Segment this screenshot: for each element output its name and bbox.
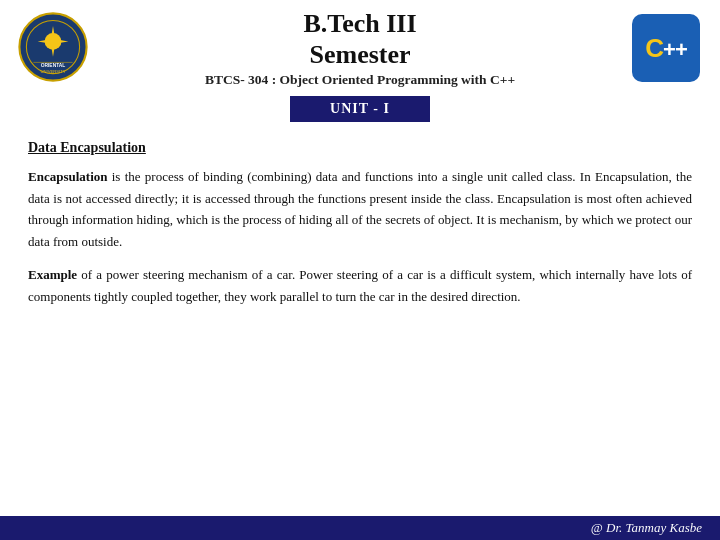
unit-bar-wrapper: UNIT - I (0, 92, 720, 130)
header-center: B.Tech III Semester BTCS- 304 : Object O… (90, 8, 630, 88)
svg-text:UNIVERSITY: UNIVERSITY (40, 69, 65, 74)
footer: @ Dr. Tanmay Kasbe (0, 516, 720, 540)
para2-rest: of a power steering mechanism of a car. … (28, 267, 692, 303)
main-content: Data Encapsulation Encapsulation is the … (0, 138, 720, 323)
page: ORIENTAL UNIVERSITY B.Tech III Semester … (0, 0, 720, 540)
para2-bold: Example (28, 267, 77, 282)
cpp-logo-container: C++ (630, 12, 702, 84)
footer-text: @ Dr. Tanmay Kasbe (591, 520, 702, 535)
title-line1: B.Tech III (303, 9, 416, 38)
title-line2: Semester (309, 40, 410, 69)
header: ORIENTAL UNIVERSITY B.Tech III Semester … (0, 0, 720, 92)
para1-bold: Encapsulation (28, 169, 107, 184)
unit-badge: UNIT - I (290, 96, 430, 122)
para1-rest: is the process of binding (combining) da… (28, 169, 692, 248)
cpp-logo: C++ (632, 14, 700, 82)
header-title: B.Tech III Semester (100, 8, 620, 70)
section-title: Data Encapsulation (28, 140, 692, 156)
paragraph-example: Example of a power steering mechanism of… (28, 264, 692, 307)
oriental-university-logo: ORIENTAL UNIVERSITY (18, 12, 90, 84)
cpp-logo-text: C++ (645, 33, 686, 64)
svg-text:ORIENTAL: ORIENTAL (41, 63, 66, 68)
header-subtitle: BTCS- 304 : Object Oriented Programming … (100, 72, 620, 88)
paragraph-encapsulation: Encapsulation is the process of binding … (28, 166, 692, 252)
